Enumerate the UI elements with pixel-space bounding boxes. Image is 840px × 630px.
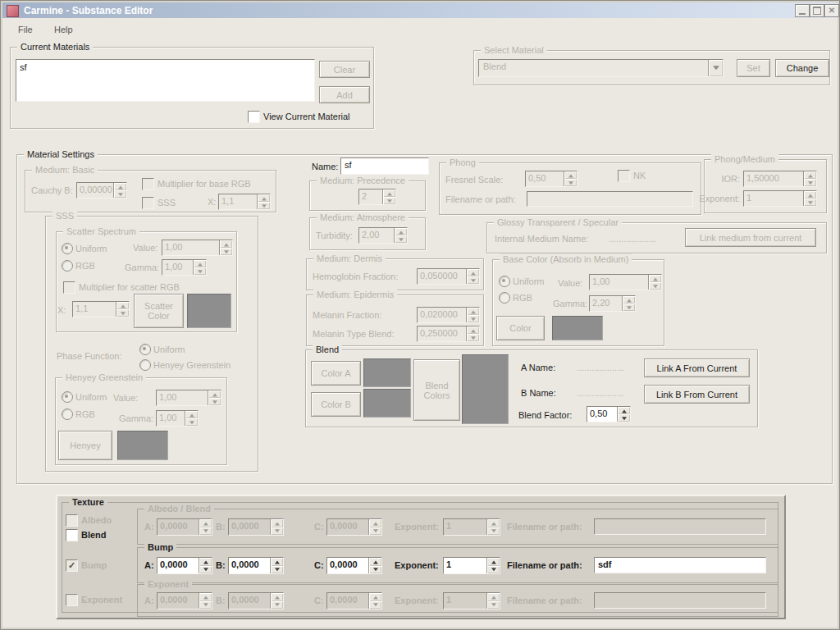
- pm-exponent-spinner[interactable]: 1: [743, 190, 817, 207]
- hg-uniform-radio[interactable]: [62, 391, 73, 403]
- turbidity-spinner[interactable]: 2,00: [358, 227, 408, 244]
- spin-up-icon[interactable]: [271, 558, 283, 566]
- spin-down-icon[interactable]: [467, 334, 479, 341]
- spin-up-icon[interactable]: [199, 558, 212, 566]
- spinner-arrows[interactable]: [270, 519, 283, 535]
- spinner-arrows[interactable]: [486, 519, 500, 535]
- spinner-arrows[interactable]: [199, 558, 212, 573]
- melanin-fraction-spinner[interactable]: 0,020000: [417, 307, 480, 323]
- spinner-arrows[interactable]: [564, 171, 577, 186]
- spin-down-icon[interactable]: [185, 418, 198, 426]
- spin-down-icon[interactable]: [649, 282, 661, 290]
- link-a-button[interactable]: Link A From Current: [644, 358, 750, 377]
- spin-up-icon[interactable]: [116, 302, 129, 309]
- spin-up-icon[interactable]: [199, 593, 212, 601]
- spinner-arrows[interactable]: [368, 519, 381, 535]
- title-bar[interactable]: Carmine - Substance Editor ✕: [2, 2, 838, 18]
- bump-b-spinner[interactable]: 0,0000: [228, 557, 284, 574]
- spin-up-icon[interactable]: [369, 519, 381, 527]
- spin-up-icon[interactable]: [395, 228, 407, 235]
- view-current-material-checkbox[interactable]: [248, 111, 260, 123]
- spin-down-icon[interactable]: [618, 414, 630, 422]
- link-b-button[interactable]: Link B From Current: [644, 385, 750, 404]
- spin-up-icon[interactable]: [804, 191, 816, 199]
- spinner-arrows[interactable]: [185, 411, 198, 426]
- spin-up-icon[interactable]: [487, 593, 500, 601]
- menu-file[interactable]: File: [18, 25, 33, 34]
- precedence-spinner[interactable]: 2: [358, 189, 396, 205]
- spin-down-icon[interactable]: [623, 304, 635, 311]
- exponent-checkbox[interactable]: [66, 594, 78, 606]
- spinner-arrows[interactable]: [368, 558, 381, 573]
- spinner-arrows[interactable]: [803, 171, 816, 186]
- color-b-button[interactable]: Color B: [311, 392, 361, 417]
- change-button[interactable]: Change: [775, 59, 829, 77]
- spin-down-icon[interactable]: [194, 267, 206, 275]
- base-value-spinner[interactable]: 1,00: [589, 274, 662, 290]
- clear-button[interactable]: Clear: [319, 61, 370, 78]
- blend-factor-spinner[interactable]: 0,50: [587, 406, 631, 422]
- spin-up-icon[interactable]: [804, 171, 816, 179]
- albedo-a-spinner[interactable]: 0,0000: [157, 518, 212, 536]
- spin-down-icon[interactable]: [467, 315, 479, 322]
- multiplier-scatter-rgb-checkbox[interactable]: [63, 281, 75, 294]
- scatter-x-spinner[interactable]: 1,1: [72, 301, 130, 317]
- spinner-arrows[interactable]: [466, 326, 479, 341]
- nk-checkbox[interactable]: [618, 170, 630, 182]
- spinner-arrows[interactable]: [199, 593, 212, 609]
- scatter-value-spinner[interactable]: 1,00: [162, 240, 233, 256]
- base-rgb-radio[interactable]: [499, 292, 510, 304]
- spin-up-icon[interactable]: [369, 558, 381, 566]
- melanin-type-spinner[interactable]: 0,250000: [417, 326, 480, 342]
- spin-down-icon[interactable]: [369, 601, 381, 609]
- base-gamma-spinner[interactable]: 2,20: [589, 295, 636, 312]
- spin-up-icon[interactable]: [369, 593, 381, 601]
- albedo-b-spinner[interactable]: 0,0000: [228, 518, 284, 536]
- spinner-arrows[interactable]: [199, 519, 212, 535]
- spin-up-icon[interactable]: [467, 308, 479, 315]
- spinner-arrows[interactable]: [486, 558, 500, 573]
- spin-down-icon[interactable]: [199, 527, 212, 536]
- spin-down-icon[interactable]: [804, 199, 816, 206]
- blend-checkbox[interactable]: [66, 529, 78, 541]
- phase-henyey-radio[interactable]: [139, 359, 151, 371]
- spin-up-icon[interactable]: [271, 519, 283, 527]
- name-field[interactable]: sf: [340, 158, 429, 175]
- spin-down-icon[interactable]: [258, 202, 270, 209]
- hg-rgb-radio[interactable]: [62, 409, 73, 420]
- phong-filename-field[interactable]: [527, 191, 693, 207]
- exp-c-spinner[interactable]: 0,0000: [326, 592, 382, 609]
- spin-down-icon[interactable]: [487, 601, 500, 609]
- spin-up-icon[interactable]: [383, 189, 395, 197]
- spin-down-icon[interactable]: [271, 601, 283, 609]
- spin-down-icon[interactable]: [199, 566, 212, 574]
- exp-a-spinner[interactable]: 0,0000: [157, 592, 212, 609]
- albedo-c-spinner[interactable]: 0,0000: [326, 518, 382, 536]
- spin-down-icon[interactable]: [116, 309, 129, 317]
- spinner-arrows[interactable]: [193, 260, 206, 275]
- close-button[interactable]: ✕: [824, 4, 839, 17]
- exp-b-spinner[interactable]: 0,0000: [228, 592, 284, 609]
- add-button[interactable]: Add: [319, 86, 370, 103]
- spin-up-icon[interactable]: [618, 407, 630, 414]
- henyey-button[interactable]: Henyey: [58, 431, 112, 460]
- spin-down-icon[interactable]: [271, 566, 283, 574]
- scatter-uniform-radio[interactable]: [62, 243, 73, 254]
- spinner-arrows[interactable]: [617, 407, 630, 422]
- bump-a-spinner[interactable]: 0,0000: [157, 557, 212, 574]
- link-medium-button[interactable]: Link medium from current: [685, 228, 816, 247]
- hemoglobin-spinner[interactable]: 0,050000: [417, 268, 480, 285]
- spin-down-icon[interactable]: [467, 276, 479, 284]
- set-button[interactable]: Set: [737, 59, 770, 77]
- bump-exponent-spinner[interactable]: 1: [443, 557, 500, 574]
- hg-value-spinner[interactable]: 1,00: [156, 390, 221, 406]
- spin-down-icon[interactable]: [220, 248, 232, 255]
- spinner-arrows[interactable]: [803, 191, 816, 206]
- spin-up-icon[interactable]: [114, 183, 126, 190]
- color-a-button[interactable]: Color A: [311, 361, 361, 386]
- spin-up-icon[interactable]: [467, 269, 479, 276]
- spinner-arrows[interactable]: [622, 296, 635, 311]
- spinner-arrows[interactable]: [486, 593, 500, 609]
- albedo-exponent-spinner[interactable]: 1: [443, 518, 500, 536]
- base-color-button[interactable]: Color: [496, 316, 545, 340]
